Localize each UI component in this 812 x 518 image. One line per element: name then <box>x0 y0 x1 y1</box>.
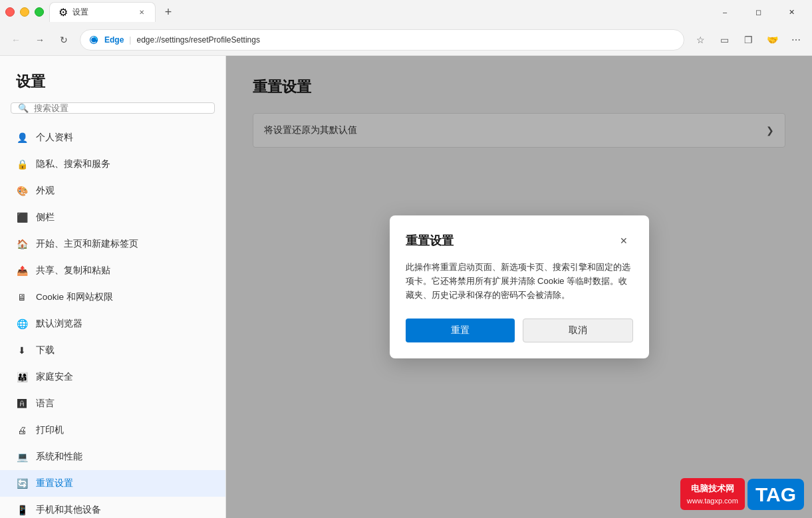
browser-frame: ⚙ 设置 ✕ + – ◻ ✕ ← → ↻ Edge | <box>0 0 812 518</box>
toolbar-icons: ☆ ▭ ❐ 🤝 ⋯ <box>690 29 807 51</box>
sidebar-nav-icon: ⬛ <box>16 211 28 223</box>
search-input[interactable] <box>34 103 207 113</box>
sidebar-item-label: 默认浏览器 <box>36 318 82 330</box>
start-nav-icon: 🏠 <box>16 238 28 250</box>
system-nav-icon: 💻 <box>16 451 28 463</box>
back-btn[interactable]: ← <box>5 29 27 51</box>
sidebar-item-reset[interactable]: 🔄 重置设置 <box>0 470 225 497</box>
sidebar-item-default-browser[interactable]: 🌐 默认浏览器 <box>0 311 225 337</box>
search-icon: 🔍 <box>18 103 29 113</box>
sidebar-item-label: 下载 <box>36 344 55 356</box>
sidebar-item-appearance[interactable]: 🎨 外观 <box>0 178 225 204</box>
sidebar-item-label: 家庭安全 <box>36 371 73 383</box>
family-nav-icon: 👨‍👩‍👧 <box>16 371 28 383</box>
tab-favicon: ⚙ <box>58 7 68 18</box>
modal-overlay[interactable]: 重置设置 ✕ 此操作将重置启动页面、新选项卡页、搜索引擎和固定的选项卡。它还将禁… <box>226 56 812 518</box>
sidebar-nav: 👤 个人资料 🔒 隐私、搜索和服务 🎨 外观 ⬛ 侧栏 🏠 开始、主 <box>0 124 225 518</box>
share-nav-icon: 📤 <box>16 265 28 277</box>
minimize-window-btn[interactable] <box>20 7 29 17</box>
sidebar-item-label: 手机和其他设备 <box>36 504 101 516</box>
collections-icon[interactable]: ❐ <box>738 29 759 51</box>
watermark-tag: TAG <box>747 479 804 510</box>
address-separator: | <box>129 35 131 45</box>
edge-brand-label: Edge <box>104 35 124 45</box>
watermark-text-line2: www.tagxp.com <box>687 495 738 507</box>
sidebar-item-label: 开始、主页和新建标签页 <box>36 238 138 250</box>
mobile-nav-icon: 📱 <box>16 504 28 516</box>
cookies-nav-icon: 🖥 <box>16 291 28 303</box>
sidebar-item-mobile[interactable]: 📱 手机和其他设备 <box>0 497 225 518</box>
window-controls-right: – ◻ ✕ <box>710 2 807 22</box>
reset-confirm-button[interactable]: 重置 <box>406 319 515 342</box>
sidebar-title: 设置 <box>0 72 225 102</box>
title-bar: ⚙ 设置 ✕ + – ◻ ✕ <box>0 0 812 24</box>
sidebar-item-cookies[interactable]: 🖥 Cookie 和网站权限 <box>0 284 225 311</box>
close-btn[interactable]: ✕ <box>776 2 807 22</box>
reset-nav-icon: 🔄 <box>16 477 28 489</box>
sidebar-item-sidebar[interactable]: ⬛ 侧栏 <box>0 204 225 231</box>
watermark: 电脑技术网 www.tagxp.com TAG <box>680 478 804 510</box>
content-area: 重置设置 将设置还原为其默认值 ❯ 重置设置 ✕ 此操作将重置启动页面、新选项卡… <box>226 56 812 518</box>
sidebar-item-label: 打印机 <box>36 424 64 436</box>
new-tab-btn[interactable]: + <box>158 2 178 22</box>
appearance-nav-icon: 🎨 <box>16 185 28 197</box>
sidebar-item-label: 外观 <box>36 185 55 197</box>
active-tab[interactable]: ⚙ 设置 ✕ <box>49 2 156 22</box>
modal-title: 重置设置 <box>406 233 454 249</box>
sidebar-item-label: Cookie 和网站权限 <box>36 291 113 303</box>
sidebar-item-label: 侧栏 <box>36 211 55 223</box>
sidebar-item-family[interactable]: 👨‍👩‍👧 家庭安全 <box>0 364 225 390</box>
default-browser-nav-icon: 🌐 <box>16 318 28 330</box>
privacy-nav-icon: 🔒 <box>16 158 28 170</box>
watermark-text-line1: 电脑技术网 <box>687 482 738 495</box>
refresh-btn[interactable]: ↻ <box>53 29 74 51</box>
profile-icon[interactable]: 🤝 <box>761 29 783 51</box>
watermark-text: 电脑技术网 www.tagxp.com <box>680 478 745 510</box>
edge-logo-icon <box>88 35 99 45</box>
settings-search-box[interactable]: 🔍 <box>11 102 215 114</box>
sidebar-item-system[interactable]: 💻 系统和性能 <box>0 444 225 470</box>
sidebar-item-profile[interactable]: 👤 个人资料 <box>0 124 225 151</box>
reset-modal: 重置设置 ✕ 此操作将重置启动页面、新选项卡页、搜索引擎和固定的选项卡。它还将禁… <box>390 215 649 358</box>
sidebar-item-label: 隐私、搜索和服务 <box>36 158 110 170</box>
sidebar-item-label: 个人资料 <box>36 132 73 144</box>
profile-nav-icon: 👤 <box>16 132 28 144</box>
tab-bar: ⚙ 设置 ✕ + <box>49 2 710 22</box>
sidebar-item-share[interactable]: 📤 共享、复制和粘贴 <box>0 257 225 284</box>
tab-title: 设置 <box>72 7 132 18</box>
cancel-button[interactable]: 取消 <box>523 319 633 342</box>
modal-body: 此操作将重置启动页面、新选项卡页、搜索引擎和固定的选项卡。它还将禁用所有扩展并清… <box>406 261 633 302</box>
sidebar-item-label: 系统和性能 <box>36 451 82 463</box>
split-view-icon[interactable]: ▭ <box>714 29 735 51</box>
sidebar-item-label: 共享、复制和粘贴 <box>36 265 110 277</box>
sidebar-item-privacy[interactable]: 🔒 隐私、搜索和服务 <box>0 151 225 178</box>
sidebar-item-label: 语言 <box>36 398 55 410</box>
close-window-btn[interactable] <box>5 7 15 17</box>
sidebar-item-label: 重置设置 <box>36 477 73 489</box>
downloads-nav-icon: ⬇ <box>16 344 28 356</box>
address-url: edge://settings/resetProfileSettings <box>136 35 676 45</box>
tab-close-btn[interactable]: ✕ <box>136 7 147 18</box>
restore-btn[interactable]: ◻ <box>743 2 773 22</box>
sidebar-item-printer[interactable]: 🖨 打印机 <box>0 417 225 444</box>
modal-footer: 重置 取消 <box>406 319 633 342</box>
sidebar-item-downloads[interactable]: ⬇ 下载 <box>0 337 225 364</box>
sidebar-item-language[interactable]: 🅰 语言 <box>0 390 225 417</box>
maximize-window-btn[interactable] <box>35 7 44 17</box>
more-menu-icon[interactable]: ⋯ <box>785 29 807 51</box>
language-nav-icon: 🅰 <box>16 398 28 410</box>
address-bar-input[interactable]: Edge | edge://settings/resetProfileSetti… <box>80 29 684 51</box>
window-controls-left <box>5 7 44 17</box>
modal-close-btn[interactable]: ✕ <box>614 231 633 250</box>
modal-header: 重置设置 ✕ <box>406 231 633 250</box>
favorites-icon[interactable]: ☆ <box>690 29 711 51</box>
sidebar-item-start[interactable]: 🏠 开始、主页和新建标签页 <box>0 231 225 257</box>
printer-nav-icon: 🖨 <box>16 424 28 436</box>
main-area: 设置 🔍 👤 个人资料 🔒 隐私、搜索和服务 🎨 外观 <box>0 56 812 518</box>
forward-btn[interactable]: → <box>29 29 51 51</box>
sidebar: 设置 🔍 👤 个人资料 🔒 隐私、搜索和服务 🎨 外观 <box>0 56 226 518</box>
address-bar: ← → ↻ Edge | edge://settings/resetProfil… <box>0 24 812 56</box>
minimize-btn[interactable]: – <box>710 2 740 22</box>
